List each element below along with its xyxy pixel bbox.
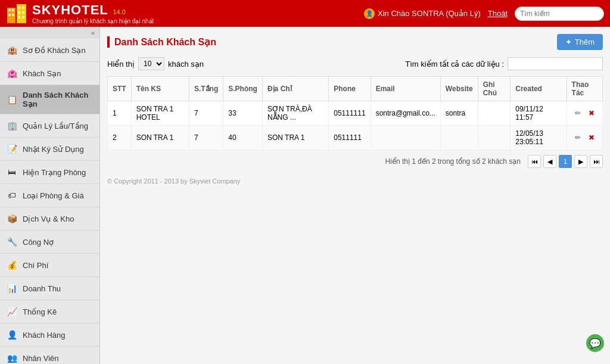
col-stt: STT (108, 77, 132, 101)
first-page-btn[interactable]: ⏮ (528, 155, 541, 168)
table-row: 2SON TRA 1740SON TRA 1051111112/05/13 23… (108, 126, 603, 150)
controls-row: Hiển thị 10 25 50 khách sạn Tìm kiếm tất… (107, 57, 603, 70)
cell-0-0: 1 (108, 101, 132, 126)
delete-btn-1[interactable]: ✖ (586, 132, 597, 144)
svg-rect-3 (12, 9, 14, 11)
sidebar-item-thong-ke[interactable]: 📈 Thống Kê (0, 300, 99, 323)
show-label: Hiển thị (107, 60, 135, 69)
copyright-text: © Copyright 2011 - 2013 by Skyviet Compa… (107, 178, 240, 185)
cell-1-1: SON TRA 1 (131, 126, 189, 150)
cell-action-1: ✏ ✖ (567, 126, 602, 150)
sidebar-icon-hien-trang-phong: 🛏 (6, 166, 18, 178)
sidebar-icon-khach-san: 🏩 (6, 67, 18, 79)
cell-1-7 (440, 126, 478, 150)
cell-action-0: ✏ ✖ (567, 101, 602, 126)
sidebar-item-quan-ly-lau-tang[interactable]: 🏢 Quản Lý Lầu/Tầng (0, 114, 99, 138)
sidebar-label-loai-phong-gia: Loại Phòng & Giá (23, 191, 94, 200)
sidebar-label-khach-hang: Khách Hàng (23, 331, 94, 340)
sidebar-icon-thong-ke: 📈 (6, 306, 18, 318)
svg-rect-4 (8, 14, 11, 16)
table-head: STTTên KSS.TầngS.PhòngĐịa ChỉPhoneEmailW… (108, 77, 603, 101)
pagination-row: Hiển thị 1 đến 2 trong tổng số 2 khách s… (107, 155, 603, 168)
edit-btn-0[interactable]: ✏ (572, 107, 584, 119)
svg-rect-2 (8, 9, 11, 11)
sidebar-label-dich-vu-kho: Dịch Vụ & Kho (23, 214, 94, 223)
cell-0-8 (478, 101, 511, 126)
cell-1-3: 40 (223, 126, 263, 150)
sidebar-label-thong-ke: Thống Kê (23, 307, 94, 316)
sidebar-item-cong-no[interactable]: 🔧 Công Nợ (0, 231, 99, 254)
sidebar-icon-so-do-khach-san: 🏨 (6, 44, 18, 56)
sidebar-label-nhan-vien: Nhân Viên (23, 354, 94, 363)
sidebar-item-chi-phi[interactable]: 💰 Chí Phí (0, 254, 99, 277)
cell-0-4: SƠN TRÀ,ĐÀ NẴNG ... (262, 101, 328, 126)
chat-icon[interactable]: 💬 (586, 334, 604, 352)
sidebar-item-doanh-thu[interactable]: 📊 Doanh Thu (0, 277, 99, 300)
plus-icon: ✦ (565, 38, 572, 46)
search-all-input[interactable] (508, 57, 603, 70)
col-t-n-ks: Tên KS (131, 77, 189, 101)
table-body: 1SON TRA 1 HOTEL733SƠN TRÀ,ĐÀ NẴNG ...05… (108, 101, 603, 150)
col-email: Email (371, 77, 440, 101)
next-page-btn[interactable]: ▶ (574, 155, 587, 168)
col-ghi-ch-: Ghi Chú (478, 77, 511, 101)
header-right: 👤 Xin Chào SONTRA (Quản Lý) Thoát (364, 7, 604, 21)
cell-0-5: 05111111 (329, 101, 371, 126)
col---a-ch-: Địa Chỉ (262, 77, 328, 101)
prev-page-btn[interactable]: ◀ (543, 155, 556, 168)
cell-0-7: sontra (440, 101, 478, 126)
col-thao-t-c: Thao Tác (567, 77, 602, 101)
sidebar-toggle[interactable]: « (0, 27, 99, 39)
show-count-area: Hiển thị 10 25 50 khách sạn (107, 57, 204, 70)
cell-1-4: SON TRA 1 (262, 126, 328, 150)
svg-rect-7 (22, 7, 24, 9)
sidebar: « 🏨 Sơ Đồ Khách Sạn 🏩 Khách Sạn 📋 Danh S… (0, 27, 100, 364)
per-page-select[interactable]: 10 25 50 (138, 57, 164, 70)
table-row: 1SON TRA 1 HOTEL733SƠN TRÀ,ĐÀ NẴNG ...05… (108, 101, 603, 126)
user-icon: 👤 (364, 8, 375, 19)
sidebar-item-dich-vu-kho[interactable]: 📦 Dịch Vụ & Kho (0, 207, 99, 231)
sidebar-icon-quan-ly-lau-tang: 🏢 (6, 120, 18, 132)
sidebar-item-nhat-ky-su-dung[interactable]: 📝 Nhật Ký Sử Dụng (0, 138, 99, 161)
sidebar-icon-loai-phong-gia: 🏷 (6, 189, 18, 201)
col-website: Website (440, 77, 478, 101)
sidebar-icon-cong-no: 🔧 (6, 236, 18, 248)
header-search-input[interactable] (515, 7, 604, 21)
svg-rect-8 (18, 11, 20, 14)
main-content: Danh Sách Khách Sạn ✦ Thêm Hiển thị 10 2… (100, 27, 610, 364)
sidebar-item-khach-san[interactable]: 🏩 Khách Sạn (0, 62, 99, 85)
last-page-btn[interactable]: ⏭ (590, 155, 603, 168)
sidebar-item-hien-trang-phong[interactable]: 🛏 Hiện Trạng Phòng (0, 161, 99, 184)
page-1-btn[interactable]: 1 (559, 155, 572, 168)
sidebar-item-nhan-vien[interactable]: 👥 Nhân Viên (0, 347, 99, 364)
sidebar-label-doanh-thu: Doanh Thu (23, 284, 94, 293)
cell-1-0: 2 (108, 126, 132, 150)
cell-1-8 (478, 126, 511, 150)
cell-0-9: 09/11/12 11:57 (511, 101, 567, 126)
page-header: Danh Sách Khách Sạn ✦ Thêm (107, 34, 603, 50)
col-created: Created (511, 77, 567, 101)
edit-btn-1[interactable]: ✏ (572, 132, 584, 144)
svg-rect-6 (18, 7, 20, 9)
sidebar-item-loai-phong-gia[interactable]: 🏷 Loại Phòng & Giá (0, 184, 99, 207)
user-info: 👤 Xin Chào SONTRA (Quản Lý) (364, 8, 481, 19)
sidebar-item-so-do-khach-san[interactable]: 🏨 Sơ Đồ Khách Sạn (0, 39, 99, 62)
greeting-text: Xin Chào SONTRA (Quản Lý) (378, 9, 481, 18)
sidebar-label-quan-ly-lau-tang: Quản Lý Lầu/Tầng (23, 122, 94, 130)
sidebar-label-khach-san: Khách Sạn (23, 69, 94, 78)
cell-0-2: 7 (189, 101, 223, 126)
delete-btn-0[interactable]: ✖ (586, 107, 597, 119)
sidebar-item-khach-hang[interactable]: 👤 Khách Hàng (0, 323, 99, 347)
cell-1-2: 7 (189, 126, 223, 150)
sidebar-item-danh-sach-khach-san[interactable]: 📋 Danh Sách Khách Sạn (0, 85, 99, 114)
svg-rect-9 (22, 11, 24, 14)
sidebar-label-danh-sach-khach-san: Danh Sách Khách Sạn (23, 91, 94, 108)
them-button[interactable]: ✦ Thêm (557, 34, 603, 50)
page-title: Danh Sách Khách Sạn (107, 36, 216, 48)
them-label: Thêm (575, 38, 595, 46)
sidebar-label-cong-no: Công Nợ (23, 238, 94, 247)
logout-button[interactable]: Thoát (488, 9, 508, 18)
logo-text: SKYHOTEL 14.0 Chương trình quản lý khách… (32, 2, 154, 24)
cell-0-3: 33 (223, 101, 263, 126)
sidebar-icon-nhan-vien: 👥 (6, 352, 18, 364)
